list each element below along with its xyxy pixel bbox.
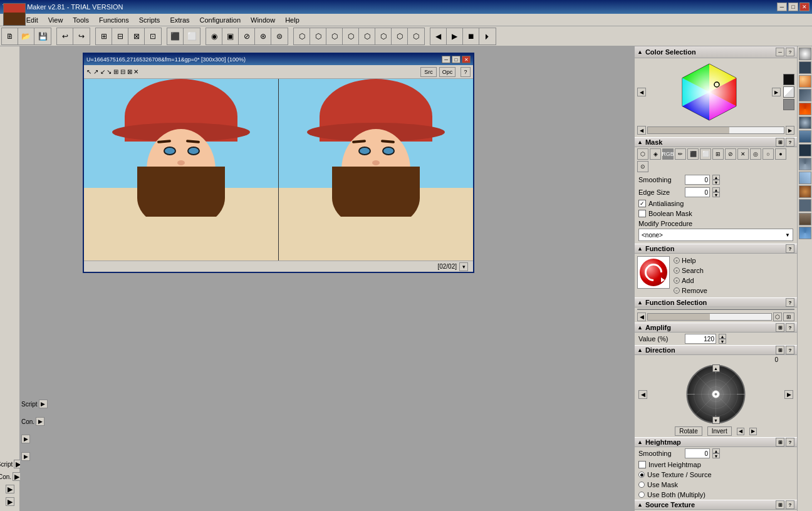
swatch-black[interactable] [783, 74, 794, 85]
toolbar-btn-play[interactable]: ⏵ [479, 28, 496, 44]
rstrip-item-3[interactable] [799, 75, 811, 88]
toolbar-btn-a1[interactable]: ⬡ [294, 28, 310, 44]
dial-down-btn[interactable]: ▼ [712, 416, 720, 424]
iw-help-btn[interactable]: ? [461, 67, 471, 77]
modify-procedure-select[interactable]: <none> ▼ [638, 229, 793, 241]
menu-functions[interactable]: Functions [94, 15, 134, 25]
menu-configuration[interactable]: Configuration [195, 15, 246, 25]
toolbar-btn-circle[interactable]: ◉ [206, 28, 222, 44]
antialiasing-checkbox[interactable]: ✓ [638, 200, 646, 207]
toolbar-btn-gray[interactable]: ⬜ [184, 28, 200, 44]
toolbar-btn-magic[interactable]: ⊛ [255, 28, 271, 44]
fs-icon-q[interactable]: ? [786, 298, 794, 307]
toolbar-btn-a4[interactable]: ⬡ [343, 28, 359, 44]
func-scroll-size-btn[interactable]: ⊞ [783, 312, 794, 321]
mask-tool-6[interactable]: ⬜ [700, 148, 711, 160]
direction-dial-wrap[interactable]: ▲ ▼ [686, 364, 746, 424]
amplify-value-down[interactable]: ▼ [719, 339, 726, 344]
iw-src-btn[interactable]: Src [420, 67, 437, 77]
use-texture-radio[interactable] [638, 472, 645, 478]
rotate-button[interactable]: Rotate [675, 426, 702, 436]
st-icon-2[interactable]: ? [786, 500, 794, 509]
status3-btn[interactable]: ▶ [6, 485, 14, 493]
function-remove-btn[interactable]: − Remove [672, 286, 709, 295]
dial-up-btn[interactable]: ▲ [712, 364, 720, 372]
color-hex-svg[interactable] [678, 61, 741, 123]
mask-tool-12[interactable]: ● [775, 148, 786, 160]
menu-extras[interactable]: Extras [165, 15, 194, 25]
invert-heightmap-checkbox[interactable] [638, 461, 646, 468]
mask-smoothing-down[interactable]: ▼ [712, 180, 720, 185]
heightmap-smoothing-input[interactable] [685, 448, 710, 458]
con-arrow-btn[interactable]: ▶ [36, 417, 44, 426]
heightmap-smoothing-down[interactable]: ▼ [712, 453, 720, 458]
toolbar-btn-a2[interactable]: ⬡ [310, 28, 326, 44]
mask-tool-13[interactable]: ⊙ [637, 161, 648, 172]
toolbar-btn-a3[interactable]: ⬡ [326, 28, 343, 44]
rstrip-item-10[interactable] [799, 172, 811, 184]
image-maximize-btn[interactable]: □ [452, 56, 461, 63]
rstrip-item-14[interactable] [799, 227, 811, 239]
toolbar-btn-lasso[interactable]: ⊘ [239, 28, 255, 44]
heightmap-icon-2[interactable]: ? [786, 438, 794, 446]
mask-edge-down[interactable]: ▼ [712, 192, 720, 197]
mask-smoothing-up[interactable]: ▲ [712, 175, 720, 180]
toolbar-btn-open[interactable]: 📂 [18, 28, 34, 44]
cs-icon-1[interactable]: ─ [776, 48, 784, 56]
toolbar-btn-next[interactable]: ▶ [447, 28, 463, 44]
maximize-button[interactable]: □ [788, 3, 798, 11]
menu-help[interactable]: Help [280, 15, 304, 25]
amplify-value-input[interactable] [685, 334, 716, 344]
mask-tool-3[interactable]: RGB [662, 148, 674, 160]
cs-hscroll-right[interactable]: ▶ [786, 126, 794, 135]
mask-tool-8[interactable]: ⊘ [725, 148, 736, 160]
mask-tool-9[interactable]: ✕ [737, 148, 749, 160]
function-icon-q[interactable]: ? [786, 244, 794, 253]
toolbar-btn-save[interactable]: 💾 [34, 28, 51, 44]
rstrip-item-11[interactable] [799, 185, 811, 198]
func-scroll-left-btn[interactable]: ◀ [637, 312, 646, 321]
cs-hscroll-left[interactable]: ◀ [637, 126, 646, 135]
direction-right-arrow-btn[interactable]: ▶ [784, 390, 793, 399]
func-item-basic[interactable]: Basic [638, 309, 794, 310]
swatch-gray[interactable] [783, 99, 794, 110]
toolbar-btn-resize[interactable]: ⊞ [96, 28, 112, 44]
mask-icon-2[interactable]: ? [786, 138, 794, 147]
script-arrow-btn[interactable]: ▶ [39, 400, 48, 408]
rstrip-item-9[interactable] [799, 158, 811, 170]
rstrip-item-12[interactable] [799, 199, 811, 212]
mask-tool-5[interactable]: ⬛ [687, 148, 699, 160]
rstrip-item-8[interactable] [799, 144, 811, 157]
use-mask-radio[interactable] [638, 482, 645, 488]
toolbar-btn-rect[interactable]: ▣ [222, 28, 239, 44]
menu-view[interactable]: View [43, 15, 68, 25]
invert-button[interactable]: Invert [707, 426, 732, 436]
mask-edge-input[interactable] [685, 187, 710, 197]
arrow3-btn[interactable]: ▶ [21, 435, 30, 443]
use-both-radio[interactable] [638, 492, 645, 498]
boolean-mask-checkbox[interactable] [638, 210, 646, 217]
function-add-btn[interactable]: + Add [672, 276, 709, 285]
mask-edge-up[interactable]: ▲ [712, 187, 720, 192]
menu-window[interactable]: Window [246, 15, 280, 25]
status4-btn[interactable]: ▶ [6, 497, 14, 506]
toolbar-btn-undo[interactable]: ↩ [57, 28, 73, 44]
image-minimize-btn[interactable]: ─ [442, 56, 450, 63]
direction-extra-btn-1[interactable]: ◀ [737, 428, 744, 435]
minimize-button[interactable]: ─ [777, 3, 787, 11]
mask-tool-11[interactable]: ○ [763, 148, 774, 160]
direction-left-arrow-btn[interactable]: ◀ [638, 390, 647, 399]
toolbar-btn-prev[interactable]: ◀ [430, 28, 447, 44]
mask-tool-10[interactable]: ◎ [750, 148, 761, 160]
heightmap-icon-1[interactable]: ⊞ [776, 438, 784, 446]
rstrip-item-2[interactable] [799, 61, 811, 74]
image-status-btn[interactable]: ▾ [459, 262, 468, 271]
mask-tool-2[interactable]: ◈ [650, 148, 661, 160]
toolbar-btn-redo[interactable]: ↪ [73, 28, 90, 44]
arrow4-btn[interactable]: ▶ [21, 452, 30, 461]
rstrip-item-4[interactable] [799, 89, 811, 101]
direction-icon-1[interactable]: ⊞ [776, 346, 784, 354]
toolbar-btn-a8[interactable]: ⬡ [408, 28, 424, 44]
iw-opc-btn[interactable]: Opc [439, 67, 455, 77]
cs-scrollbar-track[interactable] [647, 126, 784, 134]
